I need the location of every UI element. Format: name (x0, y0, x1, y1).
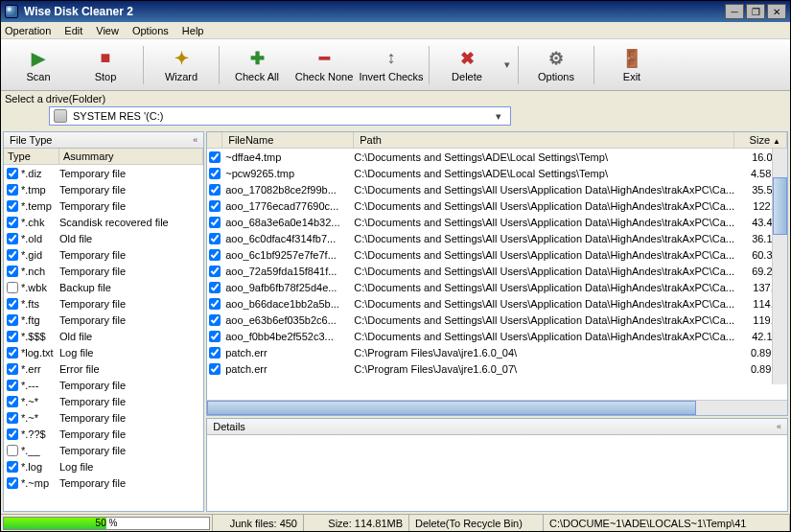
filetype-row[interactable]: *.tmpTemporary file (4, 181, 203, 197)
filetype-row[interactable]: *.gidTemporary file (4, 246, 203, 263)
filetype-checkbox[interactable] (7, 249, 18, 261)
filetype-checkbox[interactable] (7, 477, 18, 489)
filetype-row[interactable]: *.~mpTemporary file (4, 474, 203, 491)
filetype-checkbox[interactable] (7, 445, 18, 456)
col-check[interactable] (207, 132, 222, 148)
filetype-checkbox[interactable] (7, 347, 18, 359)
filetype-checkbox[interactable] (7, 266, 18, 277)
file-row[interactable]: aoo_e63b6ef035b2c6...C:\Documents and Se… (207, 312, 787, 328)
checkall-button[interactable]: ✚Check All (223, 41, 291, 89)
horizontal-scroll-thumb[interactable] (207, 401, 696, 415)
file-row[interactable]: aoo_6c1bf9257e7fe7f...C:\Documents and S… (207, 246, 787, 263)
stop-button[interactable]: ■Stop (72, 41, 139, 89)
file-checkbox[interactable] (209, 282, 221, 293)
filetype-row[interactable]: *.~*Temporary file (4, 409, 203, 426)
menu-options[interactable]: Options (132, 25, 169, 36)
filetype-row[interactable]: *.errError file (4, 360, 203, 377)
filetype-row[interactable]: *.chkScandisk recovered file (4, 214, 203, 230)
filetype-checkbox[interactable] (7, 380, 18, 391)
file-checkbox[interactable] (209, 184, 221, 196)
checknone-button[interactable]: ━Check None (291, 41, 358, 89)
col-path[interactable]: Path (354, 132, 734, 148)
filetype-row[interactable]: *.wbkBackup file (4, 279, 203, 295)
filetype-row[interactable]: *.$$$Old file (4, 328, 203, 344)
delete-dropdown[interactable]: ▾ (500, 58, 514, 71)
filetype-row[interactable]: *.dizTemporary file (4, 165, 203, 181)
file-checkbox[interactable] (209, 168, 221, 179)
filetype-checkbox[interactable] (7, 314, 18, 326)
filetype-checkbox[interactable] (7, 217, 18, 228)
menu-help[interactable]: Help (182, 25, 204, 36)
wizard-button[interactable]: ✦Wizard (148, 41, 215, 89)
file-checkbox[interactable] (209, 233, 221, 244)
file-checkbox[interactable] (209, 363, 221, 375)
file-checkbox[interactable] (209, 217, 221, 228)
filetype-row[interactable]: *.nchTemporary file (4, 263, 203, 279)
options-button[interactable]: ⚙Options (523, 41, 590, 89)
col-summary[interactable]: Asummary (59, 149, 203, 164)
drive-combo[interactable]: SYSTEM RES '(C:) ▾ (49, 106, 511, 126)
file-row[interactable]: aoo_b66dace1bb2a5b...C:\Documents and Se… (207, 295, 787, 312)
filetype-row[interactable]: *.~*Temporary file (4, 393, 203, 409)
minimize-button[interactable]: ─ (725, 4, 744, 19)
file-row[interactable]: aoo_9afb6fb78f25d4e...C:\Documents and S… (207, 279, 787, 295)
file-row[interactable]: patch.errC:\Program Files\Java\jre1.6.0_… (207, 344, 787, 360)
menu-operation[interactable]: Operation (5, 25, 51, 36)
vertical-scrollbar[interactable] (772, 149, 787, 384)
collapse-icon[interactable]: « (193, 135, 198, 145)
maximize-button[interactable]: ❐ (746, 4, 765, 19)
filetype-row[interactable]: *.tempTemporary file (4, 197, 203, 214)
file-row[interactable]: aoo_6c0dfac4f314fb7...C:\Documents and S… (207, 230, 787, 246)
filetype-checkbox[interactable] (7, 200, 18, 212)
file-checkbox[interactable] (209, 200, 221, 212)
menu-view[interactable]: View (96, 25, 119, 36)
filetype-checkbox[interactable] (7, 461, 18, 473)
file-checkbox[interactable] (209, 331, 221, 342)
filetype-row[interactable]: *.---Temporary file (4, 377, 203, 393)
filetype-row[interactable]: *.ftgTemporary file (4, 312, 203, 328)
col-size[interactable]: Size ▲ (734, 132, 787, 148)
filetype-row[interactable]: *log.txtLog file (4, 344, 203, 360)
filetype-row[interactable]: *.oldOld file (4, 230, 203, 246)
collapse-icon[interactable]: « (777, 422, 781, 431)
file-row[interactable]: aoo_1776ecad77690c...C:\Documents and Se… (207, 197, 787, 214)
delete-button[interactable]: ✖Delete (433, 41, 500, 89)
filetype-row[interactable]: *.logLog file (4, 458, 203, 474)
invert-button[interactable]: ↕Invert Checks (358, 41, 425, 89)
filetype-checkbox[interactable] (7, 331, 18, 342)
file-checkbox[interactable] (209, 249, 221, 261)
file-rows[interactable]: ~dffae4.tmpC:\Documents and Settings\ADE… (207, 149, 787, 400)
file-row[interactable]: ~pcw9265.tmpC:\Documents and Settings\AD… (207, 165, 787, 181)
chevron-down-icon[interactable]: ▾ (491, 110, 506, 123)
filetype-checkbox[interactable] (7, 412, 18, 424)
file-row[interactable]: ~dffae4.tmpC:\Documents and Settings\ADE… (207, 149, 787, 165)
file-checkbox[interactable] (209, 298, 221, 310)
scan-button[interactable]: ▶Scan (5, 41, 72, 89)
filetype-row[interactable]: *.??$Temporary file (4, 426, 203, 442)
vertical-scroll-thumb[interactable] (773, 177, 787, 235)
file-checkbox[interactable] (209, 314, 221, 326)
filetype-checkbox[interactable] (7, 428, 18, 440)
file-row[interactable]: aoo_68a3e6a0e14b32...C:\Documents and Se… (207, 214, 787, 230)
filetype-row[interactable]: *.ftsTemporary file (4, 295, 203, 312)
filetype-checkbox[interactable] (7, 298, 18, 310)
filetype-row[interactable]: *.__Temporary file (4, 442, 203, 458)
close-button[interactable]: ✕ (767, 4, 786, 19)
file-checkbox[interactable] (209, 151, 221, 163)
filetype-checkbox[interactable] (7, 282, 18, 293)
filetype-checkbox[interactable] (7, 396, 18, 407)
file-row[interactable]: aoo_17082b8ce2f99b...C:\Documents and Se… (207, 181, 787, 197)
file-row[interactable]: aoo_72a59fda15f841f...C:\Documents and S… (207, 263, 787, 279)
horizontal-scrollbar[interactable] (207, 400, 787, 415)
filetype-checkbox[interactable] (7, 184, 18, 196)
file-checkbox[interactable] (209, 266, 221, 277)
filetype-checkbox[interactable] (7, 363, 18, 375)
file-checkbox[interactable] (209, 347, 221, 359)
filetype-list[interactable]: Type Asummary *.dizTemporary file*.tmpTe… (4, 149, 203, 511)
file-row[interactable]: patch.errC:\Program Files\Java\jre1.6.0_… (207, 360, 787, 377)
exit-button[interactable]: 🚪Exit (598, 41, 665, 89)
col-type[interactable]: Type (4, 149, 59, 164)
menu-edit[interactable]: Edit (64, 25, 82, 36)
col-filename[interactable]: FileName (222, 132, 354, 148)
filetype-checkbox[interactable] (7, 233, 18, 244)
